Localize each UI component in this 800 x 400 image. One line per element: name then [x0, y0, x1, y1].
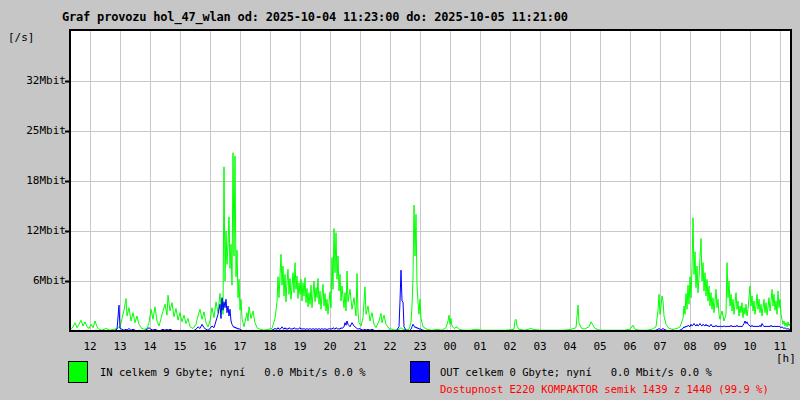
- x-tick-label: 05: [585, 341, 615, 353]
- availability-status-label: Dostupnost E220 KOMPAKTOR semik 1439 z 1…: [440, 383, 769, 395]
- legend-in-swatch: [68, 361, 88, 383]
- x-tick-label: 03: [525, 341, 555, 353]
- y-axis-unit-label: [/s]: [8, 31, 35, 44]
- legend-in-label: IN celkem 9 Gbyte; nyní 0.0 Mbit/s 0.0 %: [100, 366, 366, 378]
- x-tick-label: 00: [435, 341, 465, 353]
- x-tick-label: 09: [705, 341, 735, 353]
- x-tick-label: 07: [645, 341, 675, 353]
- plot-background: [70, 30, 791, 331]
- x-tick-label: 04: [555, 341, 585, 353]
- x-tick-label: 08: [675, 341, 705, 353]
- y-tick-label: 18Mbit: [8, 175, 66, 187]
- mrtg-graph-page: Graf provozu hol_47_wlan od: 2025-10-04 …: [0, 0, 800, 400]
- y-tick-label: 6Mbit: [8, 275, 66, 287]
- x-tick-label: 14: [135, 341, 165, 353]
- x-tick-label: 17: [225, 341, 255, 353]
- x-tick-label: 12: [75, 341, 105, 353]
- x-tick-label: 11: [765, 341, 795, 353]
- x-tick-label: 06: [615, 341, 645, 353]
- x-tick-label: 19: [285, 341, 315, 353]
- x-tick-label: 13: [105, 341, 135, 353]
- page-title: Graf provozu hol_47_wlan od: 2025-10-04 …: [62, 10, 568, 24]
- x-tick-label: 02: [495, 341, 525, 353]
- y-tick-label: 32Mbit: [8, 75, 66, 87]
- x-tick-label: 18: [255, 341, 285, 353]
- x-tick-label: 01: [465, 341, 495, 353]
- x-tick-label: 21: [345, 341, 375, 353]
- legend-out-swatch: [410, 361, 430, 383]
- x-tick-label: 15: [165, 341, 195, 353]
- x-tick-label: 10: [735, 341, 765, 353]
- legend-out-label: OUT celkem 0 Gbyte; nyní 0.0 Mbit/s 0.0 …: [440, 366, 712, 378]
- x-axis-unit-label: [h]: [776, 352, 796, 365]
- x-tick-label: 23: [405, 341, 435, 353]
- y-tick-label: 25Mbit: [8, 125, 66, 137]
- x-tick-label: 20: [315, 341, 345, 353]
- y-tick-label: 12Mbit: [8, 225, 66, 237]
- x-tick-label: 22: [375, 341, 405, 353]
- x-tick-label: 16: [195, 341, 225, 353]
